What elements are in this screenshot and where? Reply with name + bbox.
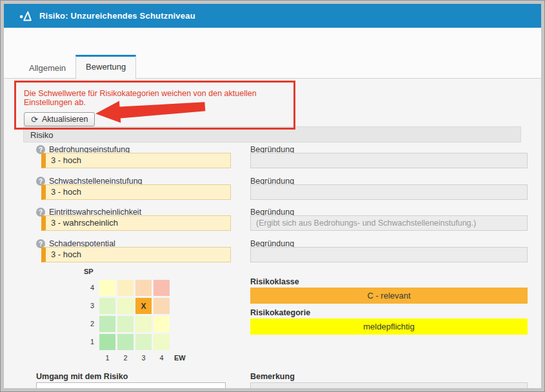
matrix-x-axis-label: EW [174,354,186,362]
eintrittswahrscheinlichkeit-input[interactable]: 3 - wahrscheinlich [41,215,231,231]
aktualisieren-button-label: Aktualisieren [42,115,88,124]
matrix-cell [154,280,170,296]
window-title: Risiko: Unzureichendes Schutzniveau [39,11,195,21]
umgang-dropdown[interactable] [36,382,226,388]
app-logo-icon [18,8,34,24]
matrix-cell [99,334,115,350]
bedrohungseinstufung-input[interactable]: 3 - hoch [41,153,231,168]
matrix-cell [154,298,170,314]
matrix-cell [154,334,170,350]
matrix-row-label: 3 [85,298,94,314]
matrix-cell [135,316,152,332]
schadenspotential-input[interactable]: 3 - hoch [41,247,231,262]
red-arrow-annotation [94,95,210,124]
matrix-cell [117,280,134,296]
tab-bewertung[interactable]: Bewertung [75,55,136,79]
risikokategorie-label: Risikokategorie [250,308,310,317]
matrix-col-label: 4 [154,354,170,362]
matrix-row-label: 1 [85,334,94,350]
matrix-cell [154,316,170,332]
schwachstelleneinstufung-input[interactable]: 3 - hoch [41,184,231,200]
matrix-cell [135,334,152,350]
matrix-col-label: 2 [117,354,134,362]
risikoklasse-label: Risikoklasse [250,277,299,286]
matrix-cell [117,334,134,350]
matrix-cell [99,298,115,314]
matrix-cell: X [135,298,152,314]
begruendung-input-4[interactable] [250,247,528,262]
refresh-icon: ⟳ [31,115,38,124]
matrix-col-label: 3 [135,354,152,362]
matrix-row-label: 2 [85,316,94,332]
tab-bar: Allgemein Bewertung [19,55,136,78]
matrix-row-label: 4 [85,280,94,296]
matrix-cell [117,316,134,332]
window-frame: Risiko: Unzureichendes Schutzniveau Allg… [1,1,544,391]
window-titlebar: Risiko: Unzureichendes Schutzniveau [4,4,541,28]
matrix-cell [135,280,152,296]
matrix-row-labels: 4321 [85,280,94,352]
risk-category-bar: meldepflichtig [250,318,528,335]
begruendung-input-1[interactable] [250,153,528,168]
begruendung-input-2[interactable] [250,184,528,200]
bemerkung-input[interactable] [250,382,528,388]
matrix-cell [117,298,134,314]
matrix-col-label: 1 [99,354,115,362]
matrix-cell [99,316,115,332]
aktualisieren-button[interactable]: ⟳ Aktualisieren [24,112,95,126]
tab-allgemein[interactable]: Allgemein [19,59,75,78]
begruendung-input-3[interactable]: (Ergibt sich aus Bedrohungs- und Schwach… [250,215,528,231]
matrix-y-axis-label: SP [84,268,94,275]
risk-matrix-grid: X [99,280,170,350]
matrix-cell [99,280,115,296]
risk-class-bar: C - relevant [250,288,528,304]
umgang-mit-dem-risiko-label: Umgang mit dem Risiko [36,372,128,381]
risk-dialog-window: Risiko: Unzureichendes Schutzniveau Allg… [0,0,545,392]
bemerkung-label: Bemerkung [250,372,295,381]
matrix-col-labels: 1234 [99,354,170,362]
